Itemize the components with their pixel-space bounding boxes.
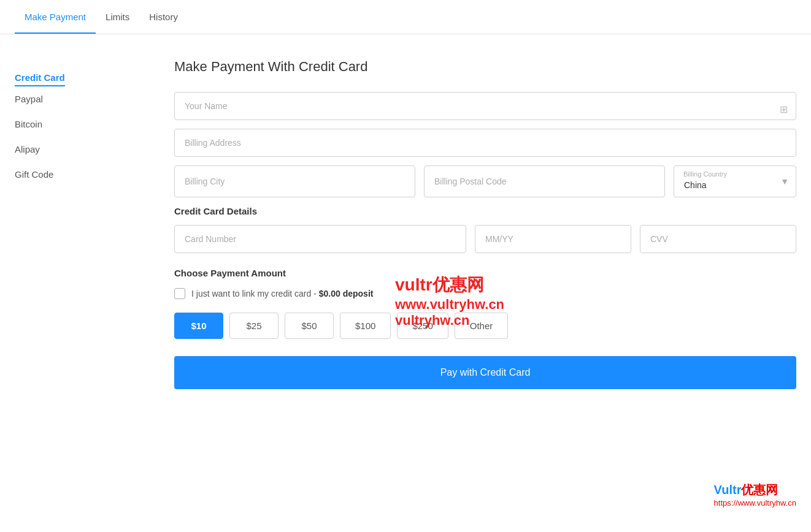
main-layout: Credit Card Paypal Bitcoin Alipay Gift C…	[0, 34, 811, 414]
amount-buttons-group: $10 $25 $50 $100 $250 Other	[174, 313, 796, 339]
link-card-text: I just want to link my credit card - $0.…	[191, 289, 373, 298]
nav-make-payment[interactable]: Make Payment	[15, 1, 96, 33]
amount-btn-25[interactable]: $25	[229, 313, 279, 339]
sidebar-item-credit-card[interactable]: Credit Card	[15, 65, 65, 86]
card-expiry-input[interactable]	[475, 225, 631, 253]
page-title: Make Payment With Credit Card	[174, 59, 796, 75]
card-cvv-input[interactable]	[640, 225, 796, 253]
billing-address-input[interactable]	[174, 129, 796, 157]
amount-btn-250[interactable]: $250	[397, 313, 448, 339]
link-card-checkbox[interactable]	[174, 288, 185, 299]
amount-btn-50[interactable]: $50	[285, 313, 334, 339]
pay-button[interactable]: Pay with Credit Card	[174, 356, 796, 389]
your-name-field-wrapper: ⊞	[174, 92, 796, 129]
sidebar-item-bitcoin[interactable]: Bitcoin	[15, 112, 150, 137]
country-select-wrapper: Billing Country China United States Unit…	[674, 165, 796, 197]
billing-postal-input[interactable]	[424, 165, 665, 197]
sidebar: Credit Card Paypal Bitcoin Alipay Gift C…	[15, 59, 150, 389]
link-card-row: I just want to link my credit card - $0.…	[174, 288, 796, 299]
billing-city-input[interactable]	[174, 165, 415, 197]
card-details-label: Credit Card Details	[174, 206, 796, 216]
sidebar-item-alipay[interactable]: Alipay	[15, 137, 150, 162]
sidebar-item-paypal[interactable]: Paypal	[15, 86, 150, 112]
top-navigation: Make Payment Limits History	[0, 0, 811, 34]
card-number-input[interactable]	[174, 225, 466, 253]
nav-history[interactable]: History	[139, 1, 188, 33]
choose-amount-label: Choose Payment Amount	[174, 268, 796, 278]
amount-btn-other[interactable]: Other	[455, 313, 509, 339]
content-area: Make Payment With Credit Card ⊞ Billing …	[150, 59, 796, 389]
amount-btn-10[interactable]: $10	[174, 313, 223, 339]
your-name-input[interactable]	[174, 92, 796, 120]
country-label: Billing Country	[683, 170, 727, 178]
address-row: Billing Country China United States Unit…	[174, 165, 796, 197]
id-card-icon: ⊞	[780, 104, 788, 115]
card-details-row	[174, 225, 796, 253]
nav-limits[interactable]: Limits	[96, 1, 139, 33]
sidebar-item-gift-code[interactable]: Gift Code	[15, 162, 150, 187]
amount-btn-100[interactable]: $100	[340, 313, 391, 339]
